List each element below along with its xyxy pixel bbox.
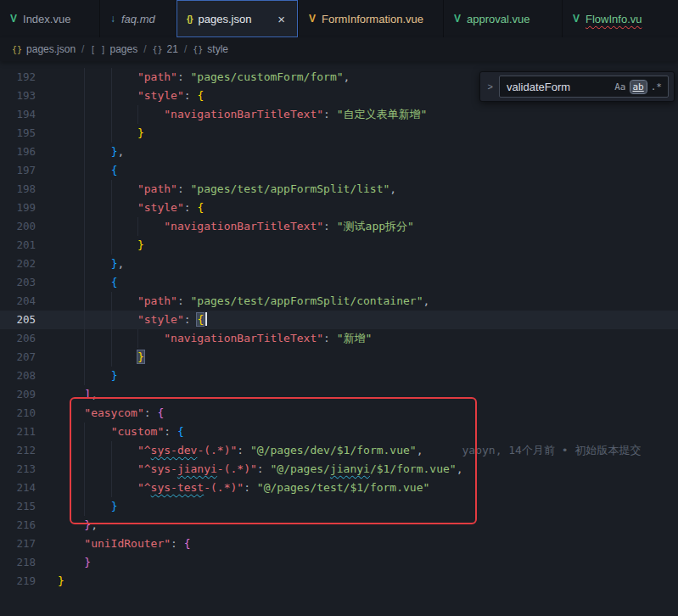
line-number[interactable]: 197 [0, 161, 58, 180]
code-line[interactable]: 207 } [0, 348, 678, 367]
code-token: -(.*)" [197, 444, 237, 456]
tab-label: approval.vue [467, 13, 530, 25]
line-number[interactable]: 208 [0, 367, 58, 385]
tab-faq-md[interactable]: ↓ faq.md [100, 0, 177, 37]
code-line[interactable]: 197 { [0, 161, 678, 180]
code-token: -(.*)" [204, 481, 244, 494]
code-line[interactable]: 203 { [0, 273, 678, 292]
breadcrumb-item-pages[interactable]: [ ] pages [90, 43, 137, 55]
code-token: { [197, 89, 204, 102]
line-number[interactable]: 194 [0, 105, 58, 124]
line-number[interactable]: 202 [0, 255, 58, 273]
line-number[interactable]: 198 [0, 180, 58, 199]
line-number[interactable]: 199 [0, 199, 58, 217]
close-icon[interactable]: × [275, 12, 288, 26]
code-token: } [84, 518, 91, 531]
code-line[interactable]: 210 "easycom": { [0, 404, 678, 423]
breadcrumb-label: 21 [167, 43, 178, 55]
code-token: "^ [137, 481, 151, 494]
line-number[interactable]: 209 [0, 385, 58, 404]
tab-label: FormInformation.vue [322, 13, 423, 25]
line-number[interactable]: 196 [0, 143, 58, 161]
line-number[interactable]: 217 [0, 535, 58, 553]
code-line[interactable]: 209 ], [0, 385, 678, 404]
code-line[interactable]: 211 "custom": { [0, 423, 678, 441]
code-line[interactable]: 214 "^sys-test-(.*)": "@/pages/test/$1/f… [0, 479, 678, 497]
code-line[interactable]: 201 } [0, 236, 678, 255]
code-line[interactable]: 219} [0, 572, 678, 591]
breadcrumb-item-21[interactable]: {} 21 [153, 43, 178, 55]
tab-approval-vue[interactable]: V approval.vue [444, 0, 563, 37]
line-number[interactable]: 193 [0, 87, 58, 105]
match-case-toggle[interactable]: Aa [612, 81, 628, 93]
indent-guide [111, 292, 112, 311]
code-line[interactable]: 202 }, [0, 255, 678, 273]
code-line[interactable]: 200 "navigationBarTitleText": "测试app拆分" [0, 217, 678, 236]
indent-guide [84, 217, 85, 236]
line-number[interactable]: 195 [0, 124, 58, 143]
line-number[interactable]: 207 [0, 348, 58, 367]
indent-guide [84, 460, 85, 479]
breadcrumb-item-style[interactable]: {} style [193, 43, 228, 55]
code-token: : [257, 462, 271, 475]
line-number[interactable]: 200 [0, 217, 58, 236]
line-number[interactable]: 214 [0, 479, 58, 497]
code-line[interactable]: 213 "^sys-jianyi-(.*)": "@/pages/jianyi/… [0, 460, 678, 479]
code-token: : [177, 182, 191, 195]
indent-guide [111, 68, 112, 87]
line-number[interactable]: 201 [0, 236, 58, 255]
line-number[interactable]: 211 [0, 423, 58, 441]
tab-flowinfo-vue[interactable]: V FlowInfo.vu [563, 0, 678, 37]
code-line[interactable]: 206 "navigationBarTitleText": "新增" [0, 329, 678, 348]
line-number[interactable]: 219 [0, 572, 58, 591]
find-input[interactable]: validateForm Aa ab .* [499, 76, 669, 98]
chevron-right-icon[interactable]: > [485, 81, 496, 92]
line-number[interactable]: 203 [0, 273, 58, 292]
tab-forminformation-vue[interactable]: V FormInformation.vue [299, 0, 444, 37]
line-number[interactable]: 215 [0, 497, 58, 516]
regex-toggle[interactable]: .* [648, 81, 664, 93]
line-number[interactable]: 205 [0, 311, 58, 329]
indent-guide [84, 199, 85, 217]
breadcrumb-item-file[interactable]: {} pages.json [12, 43, 76, 55]
line-number[interactable]: 212 [0, 441, 58, 460]
code-line[interactable]: 198 "path": "pages/test/appFormSplit/lis… [0, 180, 678, 199]
code-token: : [184, 89, 198, 102]
line-number[interactable]: 192 [0, 68, 58, 87]
line-number[interactable]: 218 [0, 553, 58, 572]
code-line[interactable]: 218 } [0, 553, 678, 572]
code-line[interactable]: 195 } [0, 124, 678, 143]
code-line[interactable]: 212 "^sys-dev-(.*)": "@/pages/dev/$1/for… [0, 441, 678, 460]
whole-word-toggle[interactable]: ab [630, 81, 647, 93]
code-line[interactable]: 196 }, [0, 143, 678, 161]
line-number[interactable]: 216 [0, 516, 58, 535]
indent-guide [111, 311, 112, 329]
code-editor[interactable]: 192 "path": "pages/customForm/form",193 … [0, 61, 678, 616]
code-token: : [184, 313, 198, 326]
line-number[interactable]: 213 [0, 460, 58, 479]
code-token: , [344, 70, 350, 83]
tab-pages-json[interactable]: {} pages.json × [177, 0, 299, 37]
code-line[interactable]: 217 "uniIdRouter": { [0, 535, 678, 553]
code-line[interactable]: 216 }, [0, 516, 678, 535]
indent-guide [84, 423, 85, 441]
indent-guide [84, 311, 85, 329]
tab-index-vue[interactable]: V Index.vue [0, 0, 100, 37]
code-lines: 192 "path": "pages/customForm/form",193 … [0, 68, 678, 591]
line-number[interactable]: 210 [0, 404, 58, 423]
line-number[interactable]: 204 [0, 292, 58, 311]
code-line[interactable]: 215 } [0, 497, 678, 516]
code-token: : [171, 537, 184, 550]
code-line[interactable]: 208 } [0, 367, 678, 385]
vue-file-icon: V [573, 13, 580, 25]
tab-bar: V Index.vue ↓ faq.md {} pages.json × V F… [0, 0, 678, 37]
indent-guide [137, 105, 138, 124]
code-line[interactable]: 205 "style": { [0, 311, 678, 329]
code-line[interactable]: 199 "style": { [0, 199, 678, 217]
code-line[interactable]: 204 "path": "pages/test/appFormSplit/con… [0, 292, 678, 311]
indent-guide [111, 87, 112, 105]
find-query-text: validateForm [507, 81, 610, 93]
line-number[interactable]: 206 [0, 329, 58, 348]
code-token: "navigationBarTitleText" [164, 332, 323, 344]
code-line[interactable]: 194 "navigationBarTitleText": "自定义表单新增" [0, 105, 678, 124]
